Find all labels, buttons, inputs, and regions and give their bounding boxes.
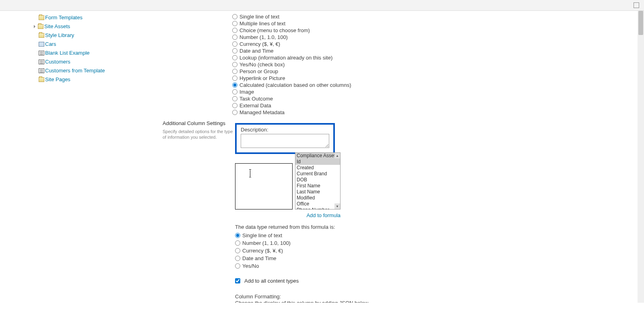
column-type-group: Single line of textMultiple lines of tex…: [232, 13, 376, 116]
vertical-scrollbar[interactable]: [638, 11, 644, 303]
formula-row: Compliance Asset IdCreatedCurrent BrandD…: [235, 159, 376, 211]
column-type-option[interactable]: Multiple lines of text: [232, 20, 376, 27]
column-type-option[interactable]: Lookup (information already on this site…: [232, 54, 376, 61]
column-type-radio[interactable]: [232, 96, 237, 101]
column-type-label: Person or Group: [239, 68, 278, 74]
column-type-label: Single line of text: [239, 14, 279, 20]
add-to-content-types-checkbox[interactable]: [235, 278, 240, 283]
return-type-group: Single line of textNumber (1, 1.0, 100)C…: [235, 232, 376, 270]
formula-input[interactable]: [235, 163, 293, 209]
column-type-radio[interactable]: [232, 28, 237, 33]
insert-column-option[interactable]: Phone Number: [295, 207, 340, 209]
insert-column-option[interactable]: Created: [295, 165, 340, 171]
insert-column-option[interactable]: First Name: [295, 183, 340, 189]
return-type-label: Number (1, 1.0, 100): [242, 240, 291, 246]
tree-link[interactable]: Style Library: [45, 32, 74, 39]
column-type-option[interactable]: Image: [232, 88, 376, 95]
column-type-radio[interactable]: [232, 82, 237, 88]
return-type-option[interactable]: Currency ($, ¥, €): [235, 247, 376, 255]
label-column: Additional Column Settings Specify detai…: [163, 12, 235, 303]
return-type-option[interactable]: Number (1, 1.0, 100): [235, 239, 376, 247]
column-type-radio[interactable]: [232, 55, 237, 60]
column-type-radio[interactable]: [232, 110, 237, 115]
column-type-radio[interactable]: [232, 89, 237, 94]
tree-item-cars[interactable]: Cars: [39, 40, 129, 49]
scroll-down-icon[interactable]: ▼: [334, 203, 340, 209]
column-type-radio[interactable]: [232, 21, 237, 26]
column-type-option[interactable]: Choice (menu to choose from): [232, 27, 376, 34]
focus-content-icon[interactable]: [634, 2, 639, 8]
insert-column-option[interactable]: DOB: [295, 177, 340, 183]
return-type-label: Yes/No: [242, 263, 259, 269]
tree-item-customers[interactable]: Customers: [39, 57, 129, 66]
column-type-option[interactable]: Person or Group: [232, 68, 376, 75]
scroll-up-icon[interactable]: ▲: [334, 153, 340, 158]
column-type-option[interactable]: Hyperlink or Picture: [232, 75, 376, 82]
column-type-option[interactable]: External Data: [232, 102, 376, 109]
tree-link[interactable]: Cars: [45, 41, 56, 48]
column-type-radio[interactable]: [232, 48, 237, 53]
column-type-radio[interactable]: [232, 62, 237, 67]
tree-link[interactable]: Customers from Template: [45, 67, 105, 74]
return-type-radio[interactable]: [235, 256, 240, 261]
return-type-option[interactable]: Date and Time: [235, 255, 376, 262]
description-input[interactable]: [241, 134, 329, 148]
column-type-option[interactable]: Single line of text: [232, 13, 376, 20]
tree-item-customers-template[interactable]: Customers from Template: [39, 66, 129, 75]
picture-icon: [39, 42, 44, 47]
list-icon: [39, 60, 44, 64]
folder-icon: [38, 24, 43, 29]
description-highlight-box: Description:: [235, 123, 335, 154]
tree-link[interactable]: Site Pages: [45, 76, 70, 83]
column-type-radio[interactable]: [232, 14, 237, 19]
tree-link[interactable]: Customers: [45, 58, 70, 66]
tree-link[interactable]: Form Templates: [45, 14, 83, 21]
column-type-radio[interactable]: [232, 103, 237, 108]
return-type-radio[interactable]: [235, 240, 240, 246]
tree-item-site-pages[interactable]: Site Pages: [39, 75, 129, 84]
tree-link[interactable]: Site Assets: [44, 23, 70, 30]
add-to-content-types-label: Add to all content types: [244, 278, 299, 284]
column-type-option[interactable]: Yes/No (check box): [232, 61, 376, 68]
return-type-option[interactable]: Yes/No: [235, 262, 376, 270]
return-type-label: Date and Time: [242, 255, 277, 261]
sidebar-tree: Form Templates Site Assets Style Library…: [0, 12, 129, 303]
main-container: Form Templates Site Assets Style Library…: [0, 11, 644, 303]
insert-column-option[interactable]: Modified: [295, 195, 340, 201]
tree-item-blank-list[interactable]: Blank List Example: [39, 49, 129, 57]
folder-icon: [39, 77, 44, 82]
column-type-option[interactable]: Date and Time: [232, 47, 376, 54]
column-type-radio[interactable]: [232, 76, 237, 81]
add-to-formula-link[interactable]: Add to formula: [235, 212, 341, 218]
column-formatting-line1: Change the display of this column by add…: [235, 300, 376, 303]
scrollbar-thumb[interactable]: [638, 11, 643, 35]
insert-column-option[interactable]: Last Name: [295, 189, 340, 195]
column-formatting-section: Column Formatting: Change the display of…: [235, 294, 376, 303]
column-type-option[interactable]: Number (1, 1.0, 100): [232, 34, 376, 41]
return-type-radio[interactable]: [235, 248, 240, 253]
expand-caret-icon[interactable]: [34, 25, 37, 28]
insert-column-option[interactable]: Compliance Asset Id: [295, 153, 340, 165]
column-type-radio[interactable]: [232, 41, 237, 47]
column-type-radio[interactable]: [232, 69, 237, 74]
folder-icon: [39, 15, 44, 20]
additional-settings-desc: Specify detailed options for the type of…: [163, 129, 235, 140]
tree-item-site-assets[interactable]: Site Assets: [39, 22, 129, 31]
return-type-radio[interactable]: [235, 263, 240, 269]
return-type-radio[interactable]: [235, 233, 240, 238]
tree-item-form-templates[interactable]: Form Templates: [39, 13, 129, 22]
column-type-option[interactable]: Managed Metadata: [232, 109, 376, 116]
return-type-option[interactable]: Single line of text: [235, 232, 376, 239]
column-type-option[interactable]: Currency ($, ¥, €): [232, 41, 376, 47]
column-type-option[interactable]: Task Outcome: [232, 95, 376, 102]
tree-item-style-library[interactable]: Style Library: [39, 31, 129, 40]
column-type-label: Yes/No (check box): [239, 62, 285, 68]
insert-column-option[interactable]: Current Brand: [295, 171, 340, 177]
insert-column-option[interactable]: Office: [295, 201, 340, 207]
column-type-label: Currency ($, ¥, €): [239, 41, 280, 47]
tree-link[interactable]: Blank List Example: [45, 49, 90, 57]
column-type-label: Multiple lines of text: [239, 21, 285, 27]
insert-column-listbox[interactable]: Compliance Asset IdCreatedCurrent BrandD…: [295, 152, 341, 209]
column-type-radio[interactable]: [232, 35, 237, 40]
column-type-option[interactable]: Calculated (calculation based on other c…: [232, 82, 376, 88]
